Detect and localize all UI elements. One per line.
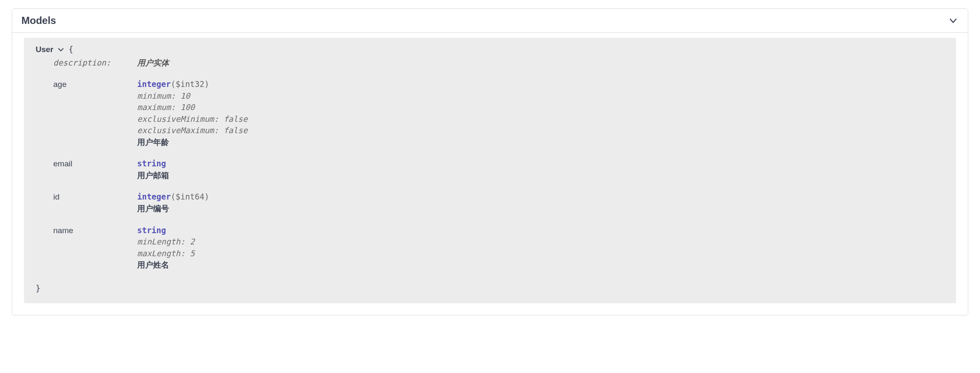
caret-down-icon[interactable] bbox=[57, 47, 64, 52]
models-title: Models bbox=[21, 15, 56, 26]
constraint-maxlength: maxLength: 5 bbox=[137, 248, 195, 260]
model-head: User { bbox=[36, 44, 944, 55]
property-name: email bbox=[53, 158, 137, 181]
models-header[interactable]: Models bbox=[12, 9, 968, 33]
property-type: string bbox=[137, 225, 195, 236]
property-type: string bbox=[137, 158, 169, 170]
constraint-exclusive-minimum: exclusiveMinimum: false bbox=[137, 113, 248, 125]
property-format: ($int32) bbox=[171, 79, 209, 89]
property-detail: string minLength: 2 maxLength: 5 用户姓名 bbox=[137, 225, 195, 271]
description-value: 用户实体 bbox=[137, 57, 169, 69]
close-brace: } bbox=[36, 283, 944, 294]
property-type: integer bbox=[137, 79, 171, 89]
constraint-minimum: minimum: 10 bbox=[137, 90, 248, 102]
property-description: 用户邮箱 bbox=[137, 170, 169, 181]
model-box: User { description: 用户实体 age integer($in… bbox=[24, 38, 956, 303]
property-type-line: integer($int64) bbox=[137, 191, 209, 203]
constraint-exclusive-maximum: exclusiveMaximum: false bbox=[137, 125, 248, 137]
property-detail: string 用户邮箱 bbox=[137, 158, 169, 181]
property-format: ($int64) bbox=[171, 192, 209, 201]
property-description: 用户年龄 bbox=[137, 137, 248, 148]
property-name: age bbox=[53, 79, 137, 148]
constraint-maximum: maximum: 100 bbox=[137, 102, 248, 113]
property-email: email string 用户邮箱 bbox=[53, 158, 944, 181]
models-section: Models User { description: 用户实体 age bbox=[12, 8, 968, 315]
property-description: 用户姓名 bbox=[137, 259, 195, 271]
property-type: integer bbox=[137, 192, 171, 201]
property-id: id integer($int64) 用户编号 bbox=[53, 191, 944, 214]
property-age: age integer($int32) minimum: 10 maximum:… bbox=[53, 79, 944, 148]
models-body: User { description: 用户实体 age integer($in… bbox=[12, 33, 968, 315]
property-name-prop: name string minLength: 2 maxLength: 5 用户… bbox=[53, 225, 944, 271]
description-label: description: bbox=[53, 57, 137, 69]
property-name: id bbox=[53, 191, 137, 214]
model-description-row: description: 用户实体 bbox=[53, 57, 944, 69]
model-name: User bbox=[36, 44, 53, 55]
property-detail: integer($int64) 用户编号 bbox=[137, 191, 209, 214]
chevron-down-icon bbox=[948, 15, 959, 26]
property-name: name bbox=[53, 225, 137, 271]
property-type-line: integer($int32) bbox=[137, 79, 248, 90]
constraint-minlength: minLength: 2 bbox=[137, 236, 195, 248]
property-detail: integer($int32) minimum: 10 maximum: 100… bbox=[137, 79, 248, 148]
open-brace: { bbox=[68, 44, 73, 55]
property-description: 用户编号 bbox=[137, 203, 209, 215]
